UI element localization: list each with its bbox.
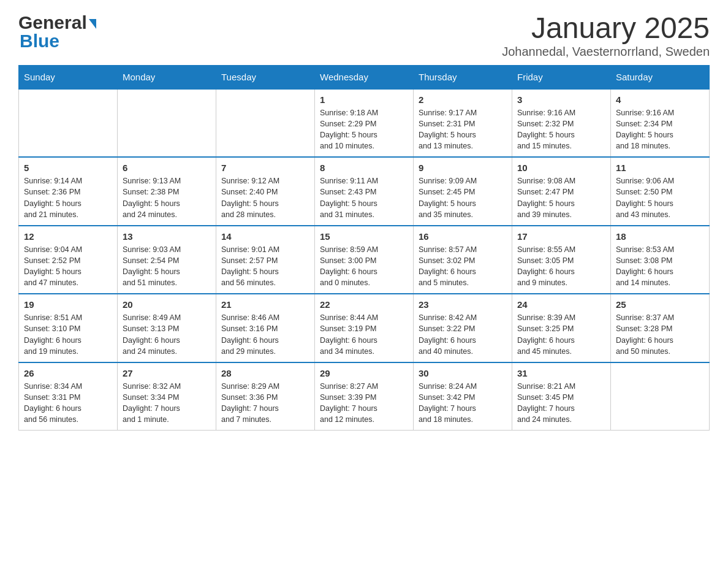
day-number: 31 (517, 368, 605, 378)
day-number: 6 (123, 163, 211, 173)
day-number: 25 (616, 299, 704, 310)
day-number: 19 (24, 299, 112, 310)
day-info: Sunrise: 9:09 AM Sunset: 2:45 PM Dayligh… (419, 175, 507, 220)
day-number: 13 (123, 231, 211, 242)
calendar-cell: 19Sunrise: 8:51 AM Sunset: 3:10 PM Dayli… (19, 294, 118, 362)
calendar-week-row: 26Sunrise: 8:34 AM Sunset: 3:31 PM Dayli… (19, 362, 710, 431)
logo: General Blue (18, 12, 96, 52)
logo-triangle-icon (89, 19, 96, 29)
calendar-cell: 23Sunrise: 8:42 AM Sunset: 3:22 PM Dayli… (414, 294, 512, 362)
day-info: Sunrise: 9:13 AM Sunset: 2:38 PM Dayligh… (123, 175, 211, 220)
day-info: Sunrise: 8:53 AM Sunset: 3:08 PM Dayligh… (616, 244, 704, 289)
day-number: 14 (221, 231, 309, 242)
day-number: 23 (419, 299, 507, 310)
day-info: Sunrise: 8:49 AM Sunset: 3:13 PM Dayligh… (123, 312, 211, 357)
calendar-cell: 4Sunrise: 9:16 AM Sunset: 2:34 PM Daylig… (611, 89, 710, 158)
calendar-cell: 18Sunrise: 8:53 AM Sunset: 3:08 PM Dayli… (611, 226, 710, 294)
day-info: Sunrise: 8:29 AM Sunset: 3:36 PM Dayligh… (221, 381, 309, 426)
calendar-subtitle: Johannedal, Vaesternorrland, Sweden (502, 45, 710, 59)
day-number: 18 (616, 231, 704, 242)
col-header-monday: Monday (118, 65, 216, 89)
calendar-cell: 20Sunrise: 8:49 AM Sunset: 3:13 PM Dayli… (118, 294, 216, 362)
day-number: 15 (320, 231, 408, 242)
day-info: Sunrise: 9:17 AM Sunset: 2:31 PM Dayligh… (419, 107, 507, 152)
col-header-tuesday: Tuesday (216, 65, 315, 89)
day-number: 21 (221, 299, 309, 310)
day-info: Sunrise: 8:32 AM Sunset: 3:34 PM Dayligh… (123, 381, 211, 426)
day-info: Sunrise: 9:16 AM Sunset: 2:34 PM Dayligh… (616, 107, 704, 152)
page-header: General Blue January 2025 Johannedal, Va… (18, 12, 710, 59)
calendar-cell: 1Sunrise: 9:18 AM Sunset: 2:29 PM Daylig… (315, 89, 414, 158)
calendar-week-row: 1Sunrise: 9:18 AM Sunset: 2:29 PM Daylig… (19, 89, 710, 158)
col-header-friday: Friday (512, 65, 611, 89)
day-number: 30 (419, 368, 507, 378)
calendar-cell: 27Sunrise: 8:32 AM Sunset: 3:34 PM Dayli… (118, 362, 216, 431)
day-number: 5 (24, 163, 112, 173)
day-number: 11 (616, 163, 704, 173)
day-info: Sunrise: 8:34 AM Sunset: 3:31 PM Dayligh… (24, 381, 112, 426)
calendar-cell: 3Sunrise: 9:16 AM Sunset: 2:32 PM Daylig… (512, 89, 611, 158)
calendar-cell: 31Sunrise: 8:21 AM Sunset: 3:45 PM Dayli… (512, 362, 611, 431)
day-info: Sunrise: 9:03 AM Sunset: 2:54 PM Dayligh… (123, 244, 211, 289)
day-number: 24 (517, 299, 605, 310)
day-number: 27 (123, 368, 211, 378)
day-number: 10 (517, 163, 605, 173)
calendar-week-row: 12Sunrise: 9:04 AM Sunset: 2:52 PM Dayli… (19, 226, 710, 294)
calendar-cell: 30Sunrise: 8:24 AM Sunset: 3:42 PM Dayli… (414, 362, 512, 431)
calendar-cell: 14Sunrise: 9:01 AM Sunset: 2:57 PM Dayli… (216, 226, 315, 294)
logo-general: General (18, 12, 87, 33)
calendar-cell: 28Sunrise: 8:29 AM Sunset: 3:36 PM Dayli… (216, 362, 315, 431)
day-info: Sunrise: 8:24 AM Sunset: 3:42 PM Dayligh… (419, 381, 507, 426)
day-number: 17 (517, 231, 605, 242)
day-info: Sunrise: 9:01 AM Sunset: 2:57 PM Dayligh… (221, 244, 309, 289)
calendar-cell: 22Sunrise: 8:44 AM Sunset: 3:19 PM Dayli… (315, 294, 414, 362)
calendar-cell: 8Sunrise: 9:11 AM Sunset: 2:43 PM Daylig… (315, 157, 414, 226)
day-info: Sunrise: 9:08 AM Sunset: 2:47 PM Dayligh… (517, 175, 605, 220)
day-info: Sunrise: 9:04 AM Sunset: 2:52 PM Dayligh… (24, 244, 112, 289)
calendar-cell: 13Sunrise: 9:03 AM Sunset: 2:54 PM Dayli… (118, 226, 216, 294)
calendar-cell: 25Sunrise: 8:37 AM Sunset: 3:28 PM Dayli… (611, 294, 710, 362)
calendar-cell (118, 89, 216, 158)
day-info: Sunrise: 8:42 AM Sunset: 3:22 PM Dayligh… (419, 312, 507, 357)
day-number: 4 (616, 94, 704, 105)
calendar-cell: 9Sunrise: 9:09 AM Sunset: 2:45 PM Daylig… (414, 157, 512, 226)
day-number: 16 (419, 231, 507, 242)
calendar-cell (611, 362, 710, 431)
calendar-cell: 15Sunrise: 8:59 AM Sunset: 3:00 PM Dayli… (315, 226, 414, 294)
col-header-wednesday: Wednesday (315, 65, 414, 89)
calendar-cell (19, 89, 118, 158)
day-number: 7 (221, 163, 309, 173)
calendar-cell: 5Sunrise: 9:14 AM Sunset: 2:36 PM Daylig… (19, 157, 118, 226)
day-info: Sunrise: 9:18 AM Sunset: 2:29 PM Dayligh… (320, 107, 408, 152)
calendar-cell: 6Sunrise: 9:13 AM Sunset: 2:38 PM Daylig… (118, 157, 216, 226)
day-info: Sunrise: 8:59 AM Sunset: 3:00 PM Dayligh… (320, 244, 408, 289)
day-info: Sunrise: 8:39 AM Sunset: 3:25 PM Dayligh… (517, 312, 605, 357)
calendar-cell: 17Sunrise: 8:55 AM Sunset: 3:05 PM Dayli… (512, 226, 611, 294)
col-header-thursday: Thursday (414, 65, 512, 89)
calendar-cell: 24Sunrise: 8:39 AM Sunset: 3:25 PM Dayli… (512, 294, 611, 362)
day-info: Sunrise: 8:37 AM Sunset: 3:28 PM Dayligh… (616, 312, 704, 357)
day-info: Sunrise: 9:06 AM Sunset: 2:50 PM Dayligh… (616, 175, 704, 220)
calendar-cell (216, 89, 315, 158)
calendar-cell: 2Sunrise: 9:17 AM Sunset: 2:31 PM Daylig… (414, 89, 512, 158)
day-number: 20 (123, 299, 211, 310)
day-info: Sunrise: 9:11 AM Sunset: 2:43 PM Dayligh… (320, 175, 408, 220)
day-info: Sunrise: 8:46 AM Sunset: 3:16 PM Dayligh… (221, 312, 309, 357)
day-info: Sunrise: 8:21 AM Sunset: 3:45 PM Dayligh… (517, 381, 605, 426)
title-block: January 2025 Johannedal, Vaesternorrland… (502, 12, 710, 59)
day-number: 29 (320, 368, 408, 378)
calendar-cell: 7Sunrise: 9:12 AM Sunset: 2:40 PM Daylig… (216, 157, 315, 226)
day-info: Sunrise: 8:51 AM Sunset: 3:10 PM Dayligh… (24, 312, 112, 357)
calendar-cell: 10Sunrise: 9:08 AM Sunset: 2:47 PM Dayli… (512, 157, 611, 226)
day-number: 26 (24, 368, 112, 378)
col-header-saturday: Saturday (611, 65, 710, 89)
day-number: 22 (320, 299, 408, 310)
calendar-cell: 21Sunrise: 8:46 AM Sunset: 3:16 PM Dayli… (216, 294, 315, 362)
day-info: Sunrise: 8:55 AM Sunset: 3:05 PM Dayligh… (517, 244, 605, 289)
col-header-sunday: Sunday (19, 65, 118, 89)
day-info: Sunrise: 8:27 AM Sunset: 3:39 PM Dayligh… (320, 381, 408, 426)
calendar-week-row: 19Sunrise: 8:51 AM Sunset: 3:10 PM Dayli… (19, 294, 710, 362)
day-number: 2 (419, 94, 507, 105)
day-info: Sunrise: 8:57 AM Sunset: 3:02 PM Dayligh… (419, 244, 507, 289)
day-number: 3 (517, 94, 605, 105)
